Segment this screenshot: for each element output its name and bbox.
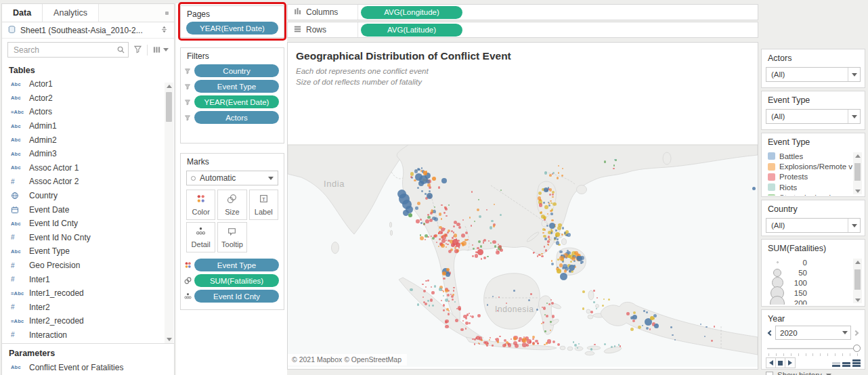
step-backward-button[interactable] [766,358,776,368]
country-filter-dropdown[interactable]: (All) [766,218,861,233]
map-place-label: Indonesia [495,305,534,314]
history-format-1-icon[interactable] [832,362,840,367]
shelf-pill[interactable]: Event Id Cnty [194,290,279,303]
legend-item[interactable]: Explosions/Remote vi.. [768,161,852,171]
legend-item[interactable]: Protests [768,172,852,182]
year-slider[interactable] [767,345,859,353]
legend-item[interactable]: Riots [768,182,852,192]
pages-pill-year-event-date[interactable]: YEAR(Event Date) [186,22,278,35]
conflict-event-dot [488,240,490,242]
legend-item[interactable]: Battles [768,151,852,161]
field-list: AbcActor1AbcActor2=AbcActorsAbcAdmin1Abc… [2,77,174,342]
chevron-down-icon[interactable] [848,68,860,81]
field-row[interactable]: AbcEvent Type [2,244,174,259]
field-row[interactable]: #Inter1 [2,272,174,286]
fields-scrollbar[interactable] [165,83,173,343]
field-row[interactable]: =AbcActors [2,105,174,119]
field-row[interactable]: AbcEvent Id Cnty [2,217,174,231]
slider-tick [798,353,799,356]
field-row[interactable]: #Interaction [2,328,174,343]
conflict-event-dot [557,269,561,273]
legend-item[interactable]: Strategic developments [768,193,852,196]
shelf-pill[interactable]: Country [194,64,279,77]
scroll-up-icon[interactable] [167,85,172,88]
field-row[interactable]: #Geo Precision [2,259,174,273]
mark-type-dropdown[interactable]: Automatic [186,171,278,185]
history-format-3-icon[interactable] [852,359,861,367]
field-row[interactable]: Country [2,189,174,203]
label-button[interactable]: TLabel [249,190,278,220]
group-fields-icon[interactable] [152,45,169,54]
event-type-filter-dropdown[interactable]: (All) [766,109,861,124]
chevron-down-icon[interactable] [848,110,860,123]
abc-icon: Abc [11,137,29,143]
stop-button[interactable] [776,358,785,368]
field-row[interactable]: =AbcInter1_recoded [2,286,174,301]
conflict-event-dot [460,328,464,332]
field-row[interactable]: AbcAssoc Actor 1 [2,161,174,175]
chevron-down-icon[interactable] [839,326,850,339]
rows-shelf[interactable]: Rows AVG(Latitude) [287,22,758,38]
columns-shelf[interactable]: Columns AVG(Longitude) [287,4,758,20]
hash-icon: # [11,178,29,185]
conflict-event-dot [547,339,551,343]
datasource-row[interactable]: Sheet1 (Southeast-Asia_2010-2... [2,22,174,39]
actors-filter-dropdown[interactable]: (All) [766,67,861,82]
search-input[interactable] [7,42,129,58]
map-view[interactable]: IndiaIndonesia © 2021 Mapbox © OpenStree… [288,144,758,367]
shelf-pill[interactable]: SUM(Fatalities) [194,274,279,287]
conflict-event-dot [441,204,443,206]
history-format-2-icon[interactable] [842,362,850,367]
field-row[interactable]: Event Date [2,202,174,217]
step-forward-button[interactable] [785,358,795,368]
scroll-down-icon[interactable] [167,338,172,341]
columns-pill-avg-longitude[interactable]: AVG(Longitude) [361,6,462,19]
pane-pin-icon[interactable] [165,12,169,15]
chevron-down-icon[interactable] [848,219,860,232]
next-year-button[interactable] [851,326,861,340]
conflict-event-dot [430,212,433,215]
tooltip-button[interactable]: Tooltip [217,222,246,252]
previous-year-button[interactable] [766,326,775,340]
field-row[interactable]: #Assoc Actor 2 [2,175,174,189]
conflict-event-dot [500,190,502,191]
shelf-pill[interactable]: Event Type [194,80,279,93]
tab-data[interactable]: Data [2,4,43,22]
scroll-thumb[interactable] [166,92,172,122]
size-button[interactable]: Size [217,190,246,220]
field-row[interactable]: AbcActor2 [2,91,174,106]
size-legend-scrollbar[interactable] [853,259,862,303]
conflict-event-dot [448,310,450,311]
filter-fields-icon[interactable] [133,45,142,56]
year-dropdown[interactable]: 2020 [775,326,851,340]
conflict-event-dot [547,240,549,242]
shelf-pill[interactable]: Actors [194,111,279,124]
country-filter-card: Country (All) [761,200,865,236]
field-row[interactable]: AbcActor1 [2,77,174,91]
field-row[interactable]: #Inter2 [2,301,174,315]
conflict-event-dot [543,202,545,204]
field-row[interactable]: AbcConflict Event or Fatalities [2,360,174,374]
field-row[interactable]: AbcAdmin1 [2,119,174,133]
conflict-event-dot [454,249,458,253]
color-button[interactable]: Color [186,190,215,220]
legend-scrollbar[interactable] [853,152,862,194]
year-control-title: Year [762,310,865,325]
show-history-checkbox[interactable] [766,372,773,375]
slider-handle[interactable] [853,345,861,352]
field-row[interactable]: =AbcInter2_recoded [2,314,174,328]
shelf-pill[interactable]: YEAR(Event Date) [194,95,279,108]
rows-pill-avg-latitude[interactable]: AVG(Latitude) [361,24,462,37]
field-row[interactable]: AbcAdmin2 [2,133,174,147]
detail-button[interactable]: Detail [186,222,215,252]
field-row[interactable]: #Event Id No Cnty [2,231,174,245]
tab-analytics[interactable]: Analytics [43,4,98,22]
conflict-event-dot [704,336,706,337]
conflict-event-dot [490,337,491,338]
shelf-pill[interactable]: Event Type [194,259,279,271]
sort-fields-icon[interactable] [160,25,169,36]
conflict-event-dot [500,248,503,252]
field-row[interactable]: AbcAdmin3 [2,147,174,161]
conflict-event-dot [425,303,427,305]
conflict-event-dot [423,290,426,292]
